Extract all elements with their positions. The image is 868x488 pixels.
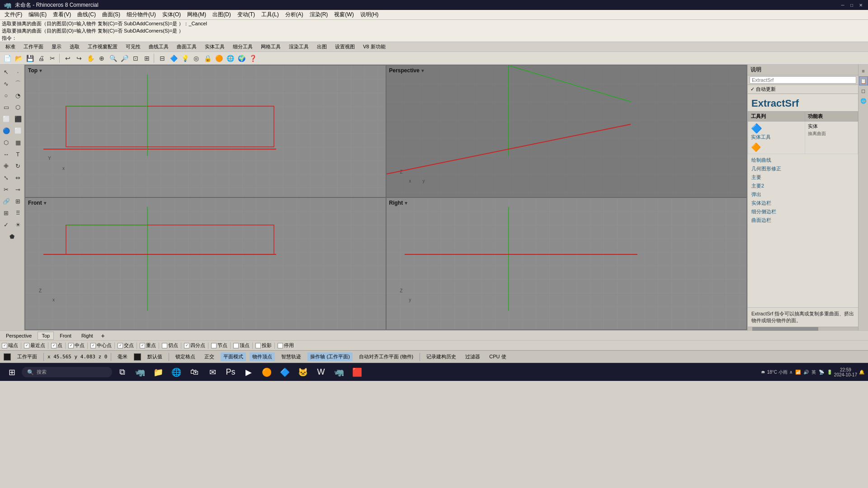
taskbar-store[interactable]: 🛍: [186, 364, 203, 380]
viewport-top[interactable]: Top ▼ Y x: [25, 65, 386, 197]
auto-update-toggle[interactable]: ✓ 自动更新: [748, 85, 858, 94]
menu-dimension[interactable]: 出图(D): [210, 10, 234, 19]
snap-nearest[interactable]: 最近点: [24, 342, 45, 349]
snap-vertex[interactable]: 顶点: [233, 342, 250, 349]
input-method[interactable]: 英: [811, 369, 816, 375]
lt-extrude[interactable]: ⬜: [13, 125, 24, 136]
snap-mid-check[interactable]: [68, 343, 74, 348]
menu-tools[interactable]: 工具(L): [259, 10, 282, 19]
taskbar-word[interactable]: W: [313, 364, 329, 380]
menu-view[interactable]: 查看(V): [50, 10, 74, 19]
menu-solid[interactable]: 实体(O): [160, 10, 184, 19]
viewport-right[interactable]: Right ▼ Z y: [386, 197, 747, 330]
snap-knot[interactable]: 节点: [211, 342, 227, 349]
tab-mesh-tools[interactable]: 网格工具: [257, 42, 284, 51]
lt-mirror[interactable]: ⇔: [13, 172, 24, 183]
snap-endpoint[interactable]: 端点: [2, 342, 18, 349]
taskbar-app5[interactable]: 🟥: [349, 364, 365, 380]
tool-list-main[interactable]: 主要: [748, 173, 858, 182]
tab-display[interactable]: 显示: [48, 42, 65, 51]
lt-dim[interactable]: ↔: [1, 149, 12, 160]
tb-material[interactable]: 🟠: [213, 53, 224, 64]
tab-curve-tools[interactable]: 曲线工具: [145, 42, 172, 51]
viewport-perspective[interactable]: Perspective ▼ Z x y: [386, 65, 747, 197]
tb-pan[interactable]: ✋: [85, 53, 96, 64]
snap-tangent-check[interactable]: [162, 343, 167, 348]
taskbar-rhino[interactable]: 🦏: [132, 364, 148, 380]
tb-zoom2[interactable]: 🔎: [119, 53, 130, 64]
snap-center[interactable]: 中心点: [90, 342, 112, 349]
menu-help[interactable]: 说明(H): [358, 10, 382, 19]
lt-line[interactable]: ⌒: [13, 78, 24, 89]
viewport-top-label[interactable]: Top ▼: [28, 67, 43, 74]
lt-mesh[interactable]: ⬡: [1, 137, 12, 148]
menu-surface[interactable]: 曲面(S): [99, 10, 123, 19]
snap-quad[interactable]: 四分点: [184, 342, 205, 349]
cmd-line-3[interactable]: 指令：: [2, 34, 866, 42]
default-color-label[interactable]: 默认值: [145, 352, 165, 361]
lt-misc[interactable]: ⬟: [7, 231, 18, 242]
bottom-tab-front[interactable]: Front: [56, 332, 75, 340]
lock-grid[interactable]: 锁定格点: [173, 352, 198, 361]
lt-group[interactable]: ⊞: [13, 196, 24, 206]
tab-surface-tools[interactable]: 曲面工具: [173, 42, 200, 51]
add-viewport-button[interactable]: +: [99, 332, 107, 340]
smart-track[interactable]: 智慧轨迹: [278, 352, 304, 361]
tab-render-tools[interactable]: 渲染工具: [285, 42, 312, 51]
menu-analyze[interactable]: 分析(A): [283, 10, 306, 19]
lt-polygon[interactable]: ⬡: [13, 102, 24, 113]
tab-standard[interactable]: 标准: [2, 42, 19, 51]
snap-perpendicular-check[interactable]: [140, 343, 145, 348]
viewport-perspective-label[interactable]: Perspective ▼: [389, 67, 425, 74]
tool-list-draw-curve[interactable]: 绘制曲线: [748, 156, 858, 164]
maximize-button[interactable]: □: [848, 1, 855, 9]
tb-zoom[interactable]: 🔍: [108, 53, 118, 64]
snap-knot-check[interactable]: [211, 343, 217, 348]
snap-endpoint-check[interactable]: [2, 343, 7, 348]
panel-search-input[interactable]: [750, 76, 856, 84]
battery-icon[interactable]: 🔋: [827, 370, 832, 375]
task-view-btn[interactable]: ⧉: [114, 364, 130, 380]
tb-lock[interactable]: 🔒: [202, 53, 213, 64]
tb-grid[interactable]: ⊟: [157, 53, 168, 64]
snap-project[interactable]: 投影: [255, 342, 272, 349]
snap-disable-check[interactable]: [278, 343, 283, 348]
window-controls[interactable]: ─ □ ✕: [839, 1, 864, 9]
lt-render2[interactable]: ☀: [13, 219, 24, 230]
viewport-right-label[interactable]: Right ▼: [389, 200, 409, 206]
tab-visibility[interactable]: 可见性: [122, 42, 144, 51]
tab-viewport-config[interactable]: 工作视窗配置: [84, 42, 121, 51]
menu-edit[interactable]: 编辑(E): [26, 10, 49, 19]
lt-curve[interactable]: ∿: [1, 78, 12, 89]
tb-save[interactable]: 💾: [24, 53, 35, 64]
tab-layout[interactable]: 出图: [313, 42, 330, 51]
menu-mesh[interactable]: 网格(M): [184, 10, 209, 19]
solid-tools-link[interactable]: 实体工具: [751, 134, 802, 141]
taskbar-app2[interactable]: 🔷: [277, 364, 293, 380]
lt-rotate[interactable]: ↻: [13, 160, 24, 171]
tb-help[interactable]: ❓: [247, 53, 258, 64]
tab-subdiv-tools[interactable]: 细分工具: [229, 42, 256, 51]
object-snap[interactable]: 物件顶点: [250, 352, 275, 361]
tb-zoom3[interactable]: ⊡: [130, 53, 141, 64]
fr-properties[interactable]: 📋: [859, 76, 868, 85]
fr-layer[interactable]: ≡: [859, 66, 868, 75]
taskbar-app4[interactable]: 🦏: [331, 364, 347, 380]
tb-new[interactable]: 📄: [2, 53, 13, 64]
lt-scale[interactable]: ⤡: [1, 172, 12, 183]
lt-freeform[interactable]: ⬛: [13, 113, 24, 124]
tool-list-geo-modify[interactable]: 几何图形修正: [748, 164, 858, 173]
start-button[interactable]: ⊞: [4, 364, 20, 380]
lt-mesh2[interactable]: ▦: [13, 137, 24, 148]
taskbar-photoshop[interactable]: Ps: [222, 364, 239, 380]
planar-mode[interactable]: 平面模式: [221, 352, 246, 361]
lt-arc[interactable]: ◔: [13, 90, 24, 101]
lt-check[interactable]: ✓: [1, 219, 12, 230]
tab-workplane[interactable]: 工作平面: [20, 42, 47, 51]
tb-cut2[interactable]: ✂: [47, 53, 58, 64]
lt-join[interactable]: 🔗: [1, 196, 12, 206]
tab-solid-tools[interactable]: 实体工具: [201, 42, 228, 51]
taskbar-edge[interactable]: 🌐: [168, 364, 184, 380]
lt-point[interactable]: ·: [13, 66, 24, 77]
lt-split[interactable]: ⊸: [13, 184, 24, 195]
